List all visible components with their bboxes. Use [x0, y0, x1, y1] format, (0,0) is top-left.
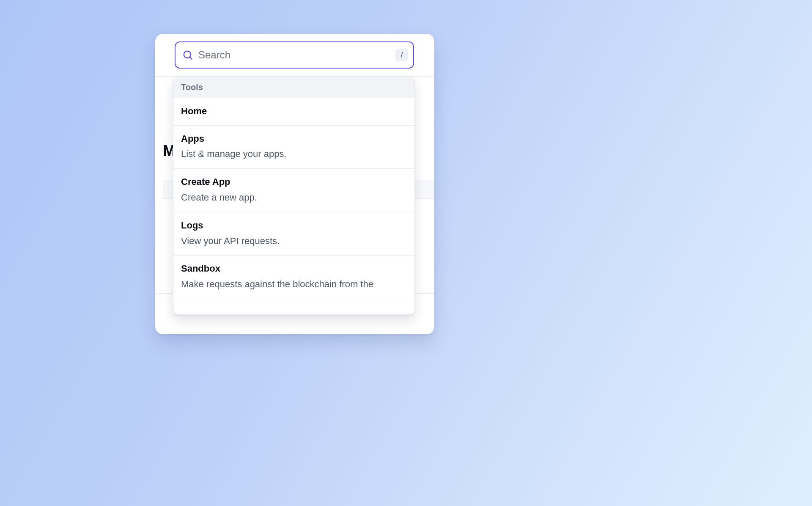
- command-palette-panel: M / Tools Home Apps List & manage your a…: [155, 34, 434, 334]
- search-shortcut-badge: /: [395, 49, 408, 61]
- search-icon: [182, 50, 193, 60]
- result-desc: List & manage your apps.: [181, 147, 407, 161]
- search-results-dropdown: Tools Home Apps List & manage your apps.…: [173, 76, 415, 315]
- result-title: Apps: [181, 132, 407, 145]
- result-desc: Make requests against the blockchain fro…: [181, 278, 407, 291]
- result-item-home[interactable]: Home: [173, 98, 414, 126]
- results-list[interactable]: Tools Home Apps List & manage your apps.…: [173, 77, 414, 314]
- result-item-create-app[interactable]: Create App Create a new app.: [173, 169, 414, 212]
- result-item-sandbox[interactable]: Sandbox Make requests against the blockc…: [173, 256, 414, 299]
- search-bar[interactable]: /: [175, 41, 414, 69]
- result-desc: Create a new app.: [181, 191, 407, 204]
- results-group-header: Tools: [173, 77, 414, 98]
- result-title: Logs: [181, 219, 407, 232]
- result-item-apps[interactable]: Apps List & manage your apps.: [173, 126, 414, 169]
- result-title: Create App: [181, 176, 407, 188]
- search-input[interactable]: [198, 49, 390, 61]
- result-desc: View your API requests.: [181, 234, 407, 248]
- result-item-logs[interactable]: Logs View your API requests.: [173, 212, 414, 256]
- result-title: Sandbox: [181, 262, 407, 275]
- result-title: Home: [181, 105, 407, 118]
- svg-line-1: [190, 57, 192, 59]
